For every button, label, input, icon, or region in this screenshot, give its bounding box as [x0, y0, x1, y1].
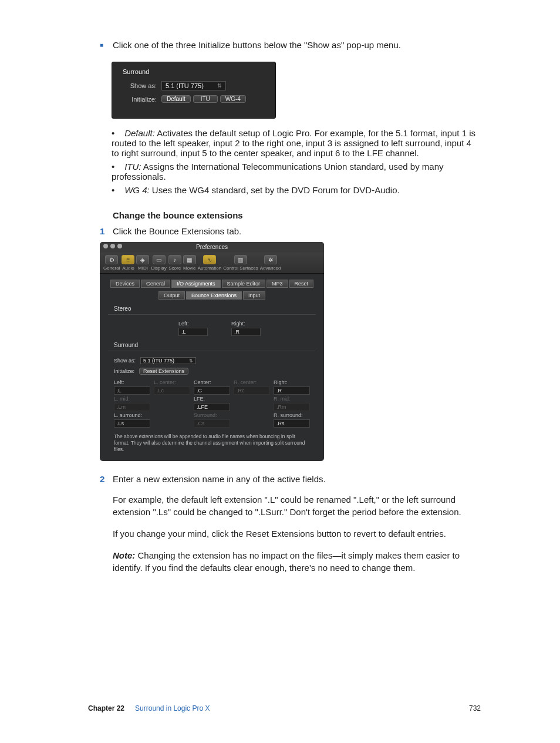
- right-label: Right:: [274, 379, 310, 385]
- step-number-1: 1: [100, 226, 113, 236]
- left-label: Left:: [114, 379, 150, 385]
- step-2-text: Enter a new extension name in any of the…: [113, 474, 326, 484]
- center-label: Center:: [194, 379, 230, 385]
- prefs-show-as-label: Show as:: [114, 358, 136, 364]
- stereo-left-label: Left:: [178, 321, 208, 327]
- lsurround-input[interactable]: .Ls: [114, 419, 150, 428]
- panel-title: Surround: [123, 68, 265, 75]
- footer-chapter: Chapter 22: [88, 704, 124, 712]
- lfe-input[interactable]: .LFE: [194, 403, 230, 411]
- tab-general[interactable]: General: [141, 280, 170, 288]
- step-1-text: Click the Bounce Extensions tab.: [113, 226, 241, 236]
- center-input[interactable]: .C: [194, 386, 230, 395]
- toolbar-midi[interactable]: ◈MIDI: [136, 255, 149, 271]
- toolbar-movie[interactable]: ▦Movie: [183, 255, 196, 271]
- reset-extensions-button[interactable]: Reset Extensions: [139, 368, 188, 375]
- right-input[interactable]: .R: [274, 386, 310, 395]
- tab-reset[interactable]: Reset: [289, 280, 314, 288]
- instruction-bullet: Click one of the three Initialize button…: [100, 40, 481, 50]
- toolbar-display[interactable]: ▭Display: [151, 255, 166, 271]
- toolbar-score[interactable]: ♪Score: [168, 255, 181, 271]
- rsurround-label: R. surround:: [274, 412, 310, 418]
- subtab-bounce-extensions[interactable]: Bounce Extensions: [186, 291, 242, 300]
- sub-bullet-wg4: WG 4: Uses the WG4 standard, set by the …: [112, 185, 481, 195]
- initialize-label: Initialize:: [123, 96, 157, 103]
- lcenter-label: L. center:: [154, 379, 190, 385]
- subtab-input[interactable]: Input: [243, 291, 265, 300]
- prefs-show-as-select[interactable]: 5.1 (ITU 775)⇅: [140, 357, 196, 364]
- toolbar-control-surfaces[interactable]: ▥Control Surfaces: [223, 255, 258, 271]
- rcenter-label: R. center:: [234, 379, 270, 385]
- rcenter-input: .Rc: [234, 386, 270, 395]
- tab-io-assignments[interactable]: I/O Assignments: [171, 280, 221, 288]
- default-button[interactable]: Default: [161, 95, 191, 103]
- left-input[interactable]: .L: [114, 386, 150, 395]
- lfe-label: LFE:: [194, 396, 230, 402]
- chevron-updown-icon: ⇅: [217, 83, 222, 89]
- show-as-select[interactable]: 5.1 (ITU 775)⇅: [161, 81, 226, 90]
- footer-page: 732: [469, 704, 481, 712]
- prefs-initialize-label: Initialize:: [114, 368, 134, 374]
- panel-footnote: The above extensions will be appended to…: [108, 428, 316, 453]
- stereo-section-title: Stereo: [114, 305, 316, 312]
- show-as-label: Show as:: [123, 82, 157, 89]
- toolbar-general[interactable]: ⚙General: [103, 255, 120, 271]
- step-number-2: 2: [100, 474, 113, 484]
- window-title: Preferences: [196, 244, 228, 250]
- rsurround-input[interactable]: .Rs: [274, 419, 310, 428]
- tab-sample-editor[interactable]: Sample Editor: [222, 280, 266, 288]
- subtab-output[interactable]: Output: [158, 291, 185, 300]
- toolbar-advanced[interactable]: ✲Advanced: [260, 255, 281, 271]
- lmid-input: .Lm: [114, 403, 150, 411]
- traffic-lights: [103, 244, 122, 248]
- footer-title[interactable]: Surround in Logic Pro X: [135, 704, 469, 712]
- surround-panel-screenshot: Surround Show as: 5.1 (ITU 775)⇅ Initial…: [112, 62, 276, 119]
- tab-devices[interactable]: Devices: [110, 280, 140, 288]
- lcenter-input: .Lc: [154, 386, 190, 395]
- stereo-right-label: Right:: [231, 321, 261, 327]
- wg4-button[interactable]: WG-4: [220, 95, 246, 103]
- rmid-label: R. mid:: [274, 396, 310, 402]
- stereo-left-input[interactable]: .L: [178, 328, 208, 336]
- body-paragraph-1: For example, the default left extension …: [113, 493, 481, 518]
- section-heading: Change the bounce extensions: [113, 210, 481, 220]
- rmid-input: .Rm: [274, 403, 310, 411]
- lmid-label: L. mid:: [114, 396, 150, 402]
- body-paragraph-2: If you change your mind, click the Reset…: [113, 527, 481, 540]
- chevron-updown-icon: ⇅: [189, 358, 193, 364]
- preferences-window-screenshot: Preferences ⚙General ≡Audio ◈MIDI ▭Displ…: [100, 242, 324, 461]
- surround-section-title: Surround: [114, 342, 316, 348]
- stereo-right-input[interactable]: .R: [231, 328, 261, 336]
- note-paragraph: Note: Changing the extension has no impa…: [113, 549, 481, 574]
- itu-button[interactable]: ITU: [193, 95, 218, 103]
- toolbar-audio[interactable]: ≡Audio: [122, 255, 134, 271]
- surround-label: Surround:: [194, 412, 230, 418]
- tab-mp3[interactable]: MP3: [266, 280, 288, 288]
- toolbar-automation[interactable]: ∿Automation: [198, 255, 221, 271]
- surround-input: .Cs: [194, 419, 230, 428]
- sub-bullet-default: Default: Activates the default setup of …: [112, 128, 481, 158]
- lsurround-label: L. surround:: [114, 412, 150, 418]
- sub-bullet-itu: ITU: Assigns the International Telecommu…: [112, 162, 481, 181]
